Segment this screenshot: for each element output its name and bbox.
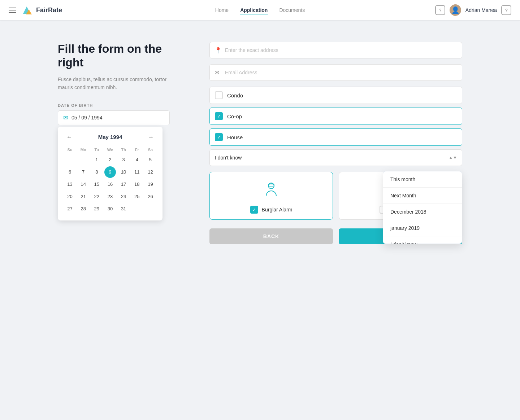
calendar-month: May 1994 xyxy=(98,134,122,140)
dropdown-item[interactable]: December 2018 xyxy=(383,204,462,220)
nav-links: Home Application Documents xyxy=(215,6,305,14)
email-icon: ✉ xyxy=(214,69,219,76)
calendar-day[interactable]: 31 xyxy=(118,203,129,215)
calendar-day[interactable]: 6 xyxy=(64,166,76,178)
email-input[interactable] xyxy=(209,64,462,81)
calendar-day[interactable]: 20 xyxy=(64,191,76,202)
calendar-day[interactable]: 19 xyxy=(144,179,156,190)
cal-day-header: Su xyxy=(64,146,76,153)
hamburger-menu[interactable] xyxy=(9,8,16,13)
dob-value: 05 / 09 / 1994 xyxy=(72,115,103,121)
checkbox-option-house[interactable]: ✓House xyxy=(209,128,462,146)
calendar-day[interactable]: 22 xyxy=(91,191,103,202)
calendar-day[interactable]: 26 xyxy=(144,191,156,202)
calendar-day[interactable]: 12 xyxy=(144,166,156,178)
cal-day-header: Tu xyxy=(90,146,103,153)
avatar: 👤 xyxy=(450,4,461,16)
left-panel: Fill the form on the right Fusce dapibus… xyxy=(58,42,181,244)
dropdown-item[interactable]: january 2019 xyxy=(383,220,462,236)
calendar-next[interactable]: → xyxy=(145,132,157,142)
navbar-right: ? 👤 Adrian Manea ? xyxy=(435,4,511,16)
dropdown-item[interactable]: Next Month xyxy=(383,188,462,204)
calendar-day[interactable]: 30 xyxy=(104,203,116,215)
page-title: Fill the form on the right xyxy=(58,42,181,70)
calendar-day xyxy=(78,154,89,166)
calendar-day xyxy=(64,154,76,166)
checkbox-box xyxy=(215,91,223,99)
calendar-day[interactable]: 14 xyxy=(78,179,89,190)
calendar-day[interactable]: 9 xyxy=(104,166,116,178)
logo-icon xyxy=(20,4,33,17)
calendar-day[interactable]: 28 xyxy=(78,203,89,215)
nav-home[interactable]: Home xyxy=(215,6,229,14)
checkbox-label: Condo xyxy=(227,92,243,99)
calendar: ← May 1994 → SuMoTuWeThFrSa1234567891011… xyxy=(58,127,162,220)
page-description: Fusce dapibus, tellus ac cursus commodo,… xyxy=(58,75,181,92)
location-icon: 📍 xyxy=(214,47,222,54)
card-icon-0 xyxy=(263,181,280,201)
cal-day-header: Sa xyxy=(144,146,157,153)
checkbox-label: House xyxy=(227,134,243,140)
help-button[interactable]: ? xyxy=(435,5,445,15)
calendar-day[interactable]: 25 xyxy=(131,191,143,202)
dropdown-item[interactable]: I don't know xyxy=(383,236,462,244)
card-option-0[interactable]: ✓Burglar Alarm xyxy=(209,172,333,220)
calendar-day[interactable]: 27 xyxy=(64,203,76,215)
dob-input[interactable]: ✉ 05 / 09 / 1994 xyxy=(58,110,170,125)
main-content: Fill the form on the right Fusce dapibus… xyxy=(43,42,477,244)
dropdown-item[interactable]: This month xyxy=(383,171,462,188)
checkbox-option-condo[interactable]: Condo xyxy=(209,87,462,104)
card-label: Burglar Alarm xyxy=(262,207,292,213)
calendar-day[interactable]: 10 xyxy=(118,166,129,178)
calendar-icon: ✉ xyxy=(63,114,68,121)
calendar-day[interactable]: 13 xyxy=(64,179,76,190)
nav-application[interactable]: Application xyxy=(240,6,268,14)
navbar: FairRate Home Application Documents ? 👤 … xyxy=(0,0,520,20)
email-group: ✉ xyxy=(209,64,462,81)
checkbox-box: ✓ xyxy=(215,133,223,141)
cal-day-header: Th xyxy=(117,146,130,153)
user-name: Adrian Manea xyxy=(465,7,497,13)
logo: FairRate xyxy=(20,4,62,17)
calendar-day[interactable]: 23 xyxy=(104,191,116,202)
calendar-day[interactable]: 17 xyxy=(118,179,129,190)
calendar-day[interactable]: 18 xyxy=(131,179,143,190)
dropdown-menu: This monthNext MonthDecember 2018january… xyxy=(383,171,462,244)
card-check-row: ✓Burglar Alarm xyxy=(250,206,292,214)
calendar-day[interactable]: 16 xyxy=(104,179,116,190)
calendar-day[interactable]: 21 xyxy=(78,191,89,202)
calendar-day[interactable]: 8 xyxy=(91,166,103,178)
nav-documents[interactable]: Documents xyxy=(279,6,305,14)
address-group: 📍 xyxy=(209,42,462,58)
calendar-day[interactable]: 5 xyxy=(144,154,156,166)
dob-label: DATE OF BIRTH xyxy=(58,103,181,108)
calendar-day[interactable]: 2 xyxy=(104,154,116,166)
card-checkbox-box: ✓ xyxy=(250,206,258,214)
cal-day-header: Fr xyxy=(131,146,143,153)
calendar-day[interactable]: 7 xyxy=(78,166,89,178)
calendar-day[interactable]: 15 xyxy=(91,179,103,190)
cal-day-header: We xyxy=(104,146,116,153)
calendar-day[interactable]: 11 xyxy=(131,166,143,178)
calendar-day[interactable]: 4 xyxy=(131,154,143,166)
calendar-day[interactable]: 1 xyxy=(91,154,103,166)
back-button[interactable]: BACK xyxy=(209,228,333,244)
address-input[interactable] xyxy=(209,42,462,58)
select-group: This month Next Month December 2018 janu… xyxy=(209,149,462,166)
logo-text: FairRate xyxy=(36,6,62,14)
calendar-day[interactable]: 29 xyxy=(91,203,103,215)
checkbox-box: ✓ xyxy=(215,112,223,120)
calendar-header: ← May 1994 → xyxy=(64,132,157,142)
checkbox-options: Condo✓Co-op✓House xyxy=(209,87,462,146)
calendar-day[interactable]: 24 xyxy=(118,191,129,202)
cal-day-header: Mo xyxy=(77,146,90,153)
calendar-prev[interactable]: ← xyxy=(64,132,75,142)
calendar-day xyxy=(144,203,156,215)
user-help-button[interactable]: ? xyxy=(501,5,511,15)
checkbox-option-co-op[interactable]: ✓Co-op xyxy=(209,108,462,125)
calendar-day[interactable]: 3 xyxy=(118,154,129,166)
calendar-grid: SuMoTuWeThFrSa12345678910111213141516171… xyxy=(64,146,157,215)
calendar-day xyxy=(131,203,143,215)
right-panel: 📍 ✉ Condo✓Co-op✓House This month Next Mo… xyxy=(209,42,462,244)
move-in-select[interactable]: This month Next Month December 2018 janu… xyxy=(209,149,462,166)
